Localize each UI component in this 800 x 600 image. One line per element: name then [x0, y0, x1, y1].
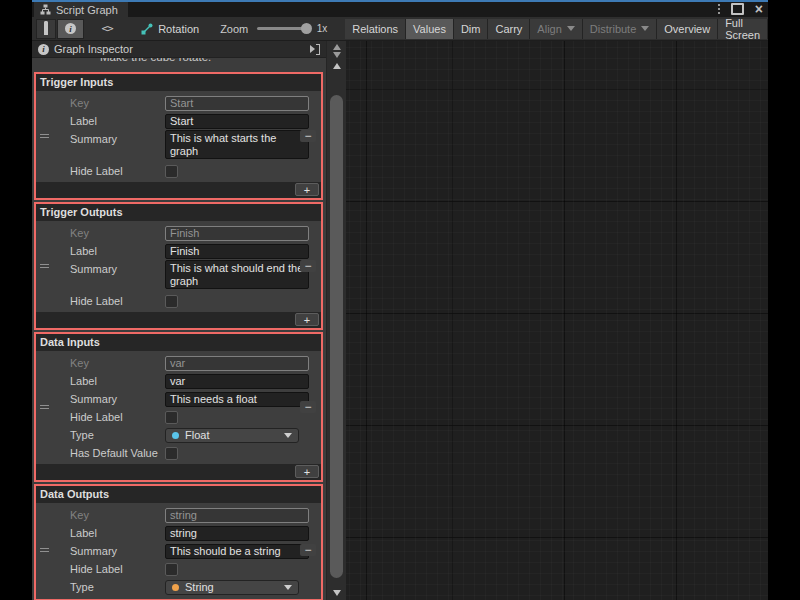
- summary-field[interactable]: This should be a string: [165, 544, 309, 559]
- graph-canvas[interactable]: [346, 41, 768, 600]
- add-port-button[interactable]: +: [295, 183, 319, 196]
- graph-icon: [40, 4, 51, 15]
- section-footer: +: [36, 182, 321, 198]
- port-item: − Keystring Labelstring SummaryThis shou…: [36, 503, 321, 596]
- info-icon: i: [65, 23, 76, 34]
- port-item: − KeyFinish LabelFinish SummaryThis is w…: [36, 221, 321, 310]
- inspector-toggle-button[interactable]: i: [57, 19, 84, 39]
- panel-scroll-up-icon[interactable]: [333, 44, 341, 50]
- section-title: Data Inputs: [36, 334, 321, 351]
- chevron-down-icon: [567, 26, 575, 31]
- graph-breadcrumb-rotation[interactable]: Rotation: [134, 19, 206, 39]
- drag-handle-icon[interactable]: [40, 134, 49, 138]
- key-field[interactable]: Start: [165, 96, 309, 111]
- summary-label: Summary: [70, 130, 165, 148]
- window-menu-icon[interactable]: [718, 4, 720, 14]
- key-label: Key: [70, 354, 165, 372]
- section-footer: +: [36, 464, 321, 480]
- label-label: Label: [70, 524, 165, 542]
- hide-label-label: Hide Label: [70, 162, 165, 180]
- label-field[interactable]: var: [165, 374, 309, 389]
- graph-toolbar: i <> Rotation Zoom 1x Relations Values D…: [32, 17, 768, 41]
- type-label: Type: [70, 578, 165, 596]
- remove-port-button[interactable]: −: [300, 544, 316, 556]
- summary-label: Summary: [70, 260, 165, 278]
- chevron-down-icon: [284, 585, 292, 590]
- remove-port-button[interactable]: −: [300, 130, 316, 142]
- lock-button[interactable]: [36, 19, 56, 39]
- chevron-down-icon: [641, 26, 649, 31]
- remove-port-button[interactable]: −: [300, 260, 316, 272]
- inspector-title: Graph Inspector: [54, 43, 305, 55]
- has-default-checkbox[interactable]: [165, 447, 178, 460]
- section-data-outputs: Data Outputs − Keystring Labelstring Sum…: [34, 484, 323, 600]
- drag-handle-icon[interactable]: [40, 405, 49, 409]
- zoom-slider[interactable]: [257, 27, 309, 30]
- section-title: Trigger Inputs: [36, 74, 321, 91]
- zoom-slider-handle[interactable]: [301, 23, 312, 34]
- label-field[interactable]: string: [165, 526, 309, 541]
- key-field[interactable]: string: [165, 508, 309, 523]
- dock-panel-icon[interactable]: [310, 44, 320, 55]
- script-graph-asset-icon: [141, 23, 153, 35]
- summary-field[interactable]: This needs a float: [165, 392, 309, 407]
- key-label: Key: [70, 94, 165, 112]
- type-label: Type: [70, 426, 165, 444]
- overview-button[interactable]: Overview: [657, 19, 718, 39]
- label-field[interactable]: Finish: [165, 244, 309, 259]
- panel-scroll-down-icon[interactable]: [333, 52, 341, 58]
- scrollbar-thumb[interactable]: [330, 95, 343, 578]
- rotation-breadcrumb-label: Rotation: [158, 23, 199, 35]
- section-trigger-inputs: Trigger Inputs − KeyStart LabelStart Sum…: [34, 72, 323, 200]
- relations-button[interactable]: Relations: [345, 19, 406, 39]
- graph-inspector-panel: Make the cube rotate. i Graph Inspector …: [32, 41, 326, 600]
- hide-label-checkbox[interactable]: [165, 165, 178, 178]
- float-type-dot-icon: [172, 432, 179, 439]
- key-field[interactable]: var: [165, 356, 309, 371]
- tab-script-graph[interactable]: Script Graph: [34, 2, 128, 17]
- hide-label-checkbox[interactable]: [165, 563, 178, 576]
- values-button[interactable]: Values: [406, 19, 454, 39]
- tab-bar: Script Graph ×: [32, 0, 768, 17]
- scrollbar-down-arrow[interactable]: [333, 590, 341, 596]
- window-focus-highlight: [32, 0, 768, 2]
- maximize-icon[interactable]: [731, 3, 744, 15]
- remove-port-button[interactable]: −: [300, 401, 316, 413]
- toolbar-button-group: Relations Values Dim Carry Align Distrib…: [345, 19, 768, 39]
- drag-handle-icon[interactable]: [40, 548, 49, 552]
- hide-label-label: Hide Label: [70, 560, 165, 578]
- full-screen-button[interactable]: Full Screen: [718, 19, 768, 39]
- close-icon[interactable]: ×: [755, 3, 763, 15]
- section-data-inputs: Data Inputs − Keyvar Labelvar SummaryThi…: [34, 332, 323, 482]
- inspector-scrollbar: [326, 41, 346, 600]
- type-dropdown[interactable]: String: [165, 580, 299, 595]
- dim-button[interactable]: Dim: [454, 19, 489, 39]
- key-field[interactable]: Finish: [165, 226, 309, 241]
- code-icon: <>: [101, 22, 112, 35]
- label-label: Label: [70, 112, 165, 130]
- label-label: Label: [70, 372, 165, 390]
- drag-handle-icon[interactable]: [40, 264, 49, 268]
- hide-label-checkbox[interactable]: [165, 295, 178, 308]
- graph-inspector-header: i Graph Inspector: [32, 41, 326, 58]
- section-title: Data Outputs: [36, 486, 321, 503]
- carry-button[interactable]: Carry: [488, 19, 530, 39]
- code-preview-button[interactable]: <>: [90, 19, 124, 39]
- summary-field[interactable]: This is what starts the graph: [165, 130, 309, 159]
- type-dropdown[interactable]: Float: [165, 428, 299, 443]
- info-icon: i: [38, 44, 49, 55]
- distribute-dropdown-button[interactable]: Distribute: [583, 19, 657, 39]
- add-port-button[interactable]: +: [295, 465, 319, 478]
- scrollbar-up-arrow[interactable]: [333, 63, 341, 69]
- label-field[interactable]: Start: [165, 114, 309, 129]
- add-port-button[interactable]: +: [295, 313, 319, 326]
- hide-label-checkbox[interactable]: [165, 411, 178, 424]
- lock-icon: [44, 23, 48, 35]
- align-dropdown-button[interactable]: Align: [530, 19, 582, 39]
- section-title: Trigger Outputs: [36, 204, 321, 221]
- port-item: − Keyvar Labelvar SummaryThis needs a fl…: [36, 351, 321, 462]
- port-item: − KeyStart LabelStart SummaryThis is wha…: [36, 91, 321, 180]
- zoom-label: Zoom: [220, 23, 248, 35]
- has-default-label: Has Default Value: [70, 444, 165, 462]
- summary-field[interactable]: This is what should end the graph: [165, 260, 309, 289]
